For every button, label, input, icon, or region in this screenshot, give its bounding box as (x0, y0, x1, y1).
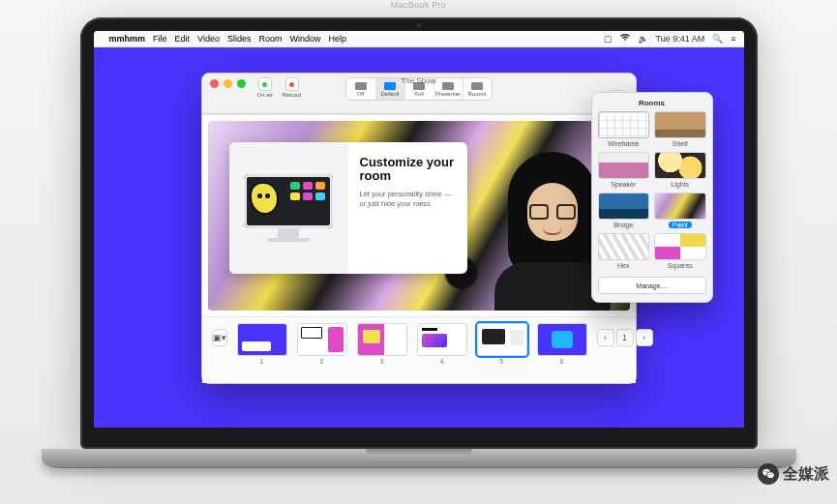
slide-card-body: Let your personality shine — or just hid… (360, 190, 456, 209)
slide-thumb-2[interactable]: 2 (297, 323, 347, 365)
room-bridge[interactable]: Bridge (598, 193, 650, 228)
app-name[interactable]: mmhmm (109, 34, 146, 44)
wechat-icon (758, 463, 779, 485)
slide-thumb-5[interactable]: 5 (477, 323, 527, 365)
slide-card-art (229, 142, 348, 274)
color-tiles (290, 182, 325, 200)
room-squares[interactable]: Squares (654, 233, 706, 269)
room-speaker[interactable]: Speaker (598, 152, 650, 188)
rooms-panel-title: Rooms (598, 99, 706, 107)
menu-video[interactable]: Video (197, 34, 220, 44)
wifi-icon[interactable] (620, 34, 630, 44)
screen-bezel: mmhmm File Edit Video Slides Room Window… (80, 17, 758, 449)
rooms-panel: Rooms Wireframe Shelf Speaker Lights Bri… (591, 92, 713, 303)
menu-help[interactable]: Help (328, 34, 346, 44)
menu-window[interactable]: Window (289, 34, 320, 44)
imac-illustration (244, 174, 333, 242)
slide-card-heading: Customize your room (360, 156, 456, 184)
watermark-text: 全媒派 (783, 464, 829, 485)
tray-pager: ‹ 1 › (597, 329, 653, 346)
macos-menubar: mmhmm File Edit Video Slides Room Window… (94, 31, 744, 47)
window-title: The Show (202, 76, 636, 85)
laptop-model-label: MacBook Pro (391, 0, 446, 10)
slide-list: 1 2 3 4 5 6 (237, 323, 587, 365)
room-lights[interactable]: Lights (654, 152, 706, 188)
source-watermark: 全媒派 (758, 463, 829, 485)
menubar-clock[interactable]: Tue 9:41 AM (656, 34, 705, 44)
screen: mmhmm File Edit Video Slides Room Window… (94, 31, 744, 428)
menubar-menu-icon[interactable]: ≡ (731, 34, 735, 44)
window-titlebar: The Show On air (202, 74, 636, 114)
menu-slides[interactable]: Slides (227, 34, 252, 44)
menu-file[interactable]: File (153, 34, 167, 44)
airplay-icon[interactable]: ▢ (604, 34, 613, 44)
slide-thumb-3[interactable]: 3 (357, 323, 407, 365)
pager-next[interactable]: › (636, 329, 653, 346)
stage: Customize your room Let your personality… (202, 114, 636, 317)
app-window: The Show On air (201, 73, 637, 384)
slide-thumb-4[interactable]: 4 (417, 323, 467, 365)
volume-icon[interactable]: 🔉 (638, 34, 648, 44)
spotlight-icon[interactable]: 🔍 (712, 34, 723, 44)
character-icon (252, 184, 277, 213)
pager-prev[interactable]: ‹ (597, 329, 614, 346)
laptop-frame: mmhmm File Edit Video Slides Room Window… (80, 17, 758, 468)
tray-filter-button[interactable]: ▣▾ (212, 329, 227, 346)
slide-thumb-6[interactable]: 6 (537, 323, 587, 365)
preview-canvas[interactable]: Customize your room Let your personality… (208, 121, 630, 311)
camera-dot (417, 23, 421, 27)
onair-label: On air (257, 92, 273, 98)
menu-edit[interactable]: Edit (175, 34, 191, 44)
room-hex[interactable]: Hex (598, 233, 650, 269)
pager-page[interactable]: 1 (616, 329, 634, 346)
slide-card: Customize your room Let your personality… (229, 142, 467, 274)
slide-thumb-1[interactable]: 1 (237, 323, 287, 365)
laptop-base (42, 449, 796, 468)
menu-room[interactable]: Room (258, 34, 282, 44)
desktop-wallpaper: The Show On air (94, 47, 744, 428)
room-shelf[interactable]: Shelf (654, 111, 706, 147)
room-wireframe[interactable]: Wireframe (598, 111, 650, 147)
room-paint[interactable]: Paint (654, 193, 706, 228)
manage-rooms-button[interactable]: Manage… (598, 277, 706, 294)
record-label: Record (283, 92, 301, 98)
slide-tray: ▣▾ 1 2 3 4 5 6 ‹ 1 › (202, 317, 636, 383)
